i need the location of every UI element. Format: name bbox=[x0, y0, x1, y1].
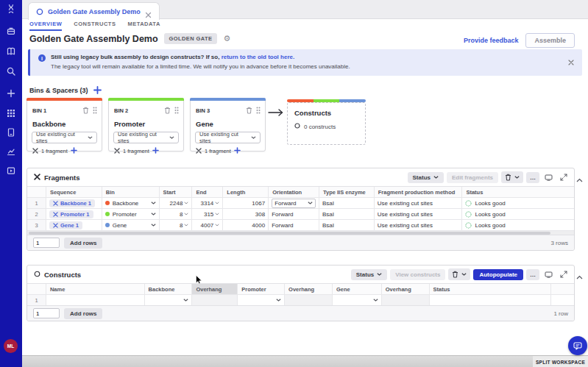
collapse-fragments-chevron-icon[interactable] bbox=[576, 172, 584, 179]
trash-icon[interactable] bbox=[164, 104, 171, 117]
view-constructs-button[interactable]: View constructs bbox=[390, 269, 445, 280]
enzyme-cell[interactable]: BsaI bbox=[319, 208, 375, 219]
registry-file-icon[interactable] bbox=[6, 127, 16, 138]
expand-panel-icon[interactable] bbox=[558, 269, 570, 279]
end-cell[interactable]: 315 bbox=[192, 208, 223, 219]
tab-overview[interactable]: OVERVIEW bbox=[29, 21, 62, 31]
col-status[interactable]: Status bbox=[430, 284, 552, 294]
search-icon[interactable] bbox=[6, 66, 16, 76]
col-backbone[interactable]: Backbone bbox=[145, 284, 193, 294]
bin-card-3: BIN 3 Gene Use existing cut sites 1 frag… bbox=[190, 98, 266, 152]
add-rows-count-input[interactable] bbox=[33, 238, 60, 248]
sequence-cell[interactable]: Gene 1 bbox=[46, 219, 102, 230]
gene-select-cell[interactable] bbox=[333, 294, 382, 305]
assemble-button[interactable]: Assemble bbox=[525, 33, 575, 48]
col-method[interactable]: Fragment production method bbox=[375, 187, 463, 197]
col-start[interactable]: Start bbox=[160, 187, 193, 197]
method-cell[interactable]: Use existing cut sites bbox=[375, 208, 463, 219]
end-cell[interactable]: 3314 bbox=[192, 197, 223, 208]
autopopulate-button[interactable]: Autopopulate bbox=[473, 269, 523, 280]
add-fragment-plus-icon[interactable] bbox=[71, 147, 77, 155]
add-rows-count-input[interactable] bbox=[33, 308, 60, 318]
add-rows-button[interactable]: Add rows bbox=[64, 238, 102, 249]
trash-icon[interactable] bbox=[246, 104, 252, 117]
end-cell[interactable]: 4007 bbox=[192, 219, 223, 230]
col-overhang-3[interactable]: Overhang bbox=[382, 284, 430, 294]
tab-golden-gate-assembly[interactable]: Golden Gate Assembly Demo bbox=[28, 2, 160, 20]
start-cell[interactable]: 2248 bbox=[160, 197, 193, 208]
constructs-status-button[interactable]: Status bbox=[351, 269, 387, 280]
tab-constructs[interactable]: CONSTRUCTS bbox=[74, 21, 116, 31]
col-name[interactable]: Name bbox=[46, 284, 145, 294]
expand-panel-icon[interactable] bbox=[558, 172, 570, 182]
fragments-status-button[interactable]: Status bbox=[408, 172, 444, 183]
edit-fragments-button[interactable]: Edit fragments bbox=[447, 172, 498, 183]
orientation-cell[interactable]: Forward bbox=[269, 208, 319, 219]
col-sequence[interactable]: Sequence bbox=[46, 187, 102, 197]
delete-rows-button[interactable] bbox=[501, 171, 523, 183]
return-old-tool-link[interactable]: return to the old tool here. bbox=[222, 54, 295, 60]
trash-icon[interactable] bbox=[82, 104, 89, 117]
fullscreen-table-icon[interactable] bbox=[542, 270, 555, 279]
promoter-select-cell[interactable] bbox=[238, 294, 285, 305]
user-avatar[interactable]: ML bbox=[4, 339, 18, 353]
bin2-cutsites-select[interactable]: Use existing cut sites bbox=[113, 132, 179, 143]
start-cell[interactable]: 8 bbox=[160, 208, 193, 219]
start-cell[interactable]: 8 bbox=[160, 219, 193, 230]
sequence-cell[interactable]: Backbone 1 bbox=[46, 197, 102, 208]
bin-cell[interactable]: Promoter bbox=[102, 208, 160, 219]
col-orientation[interactable]: Orientation bbox=[269, 187, 319, 197]
col-enzyme[interactable]: Type IIS enzyme bbox=[319, 187, 375, 197]
banner-close-icon[interactable] bbox=[568, 55, 574, 61]
help-chat-button[interactable] bbox=[568, 336, 587, 355]
sequence-chip[interactable]: Promoter 1 bbox=[49, 210, 93, 218]
enzyme-cell[interactable]: BsaI bbox=[319, 197, 375, 208]
insights-chart-icon[interactable] bbox=[6, 146, 16, 157]
more-options-button[interactable]: … bbox=[526, 172, 539, 183]
settings-gear-icon[interactable]: ⚙ bbox=[223, 35, 230, 43]
sequence-cell[interactable]: Promoter 1 bbox=[46, 208, 102, 219]
tab-close-icon[interactable] bbox=[145, 8, 152, 15]
bin1-cutsites-select[interactable]: Use existing cut sites bbox=[32, 132, 97, 143]
collapse-constructs-chevron-icon[interactable] bbox=[576, 269, 584, 277]
add-fragment-plus-icon[interactable] bbox=[234, 147, 241, 155]
bin-cell[interactable]: Backbone bbox=[102, 197, 160, 208]
col-overhang-2[interactable]: Overhang bbox=[285, 284, 333, 294]
backbone-select-cell[interactable] bbox=[145, 294, 193, 305]
projects-briefcase-icon[interactable] bbox=[6, 26, 16, 36]
fullscreen-table-icon[interactable] bbox=[542, 173, 555, 182]
sequence-chip[interactable]: Gene 1 bbox=[49, 221, 82, 229]
orientation-cell[interactable]: Forward bbox=[269, 219, 319, 230]
bin1-name: Backbone bbox=[27, 117, 102, 128]
drag-handle-icon[interactable] bbox=[93, 104, 97, 117]
col-gene[interactable]: Gene bbox=[333, 284, 382, 294]
method-cell[interactable]: Use existing cut sites bbox=[375, 197, 463, 208]
col-promoter[interactable]: Promoter bbox=[238, 284, 285, 294]
media-video-icon[interactable] bbox=[6, 165, 16, 176]
add-bin-plus-icon[interactable] bbox=[93, 84, 102, 97]
create-plus-icon[interactable] bbox=[6, 88, 16, 99]
bin-cell[interactable]: Gene bbox=[102, 219, 160, 230]
add-fragment-plus-icon[interactable] bbox=[152, 147, 159, 155]
method-cell[interactable]: Use existing cut sites bbox=[375, 219, 463, 230]
name-cell[interactable] bbox=[46, 294, 145, 305]
delete-rows-button[interactable] bbox=[448, 268, 470, 280]
bin3-cutsites-select[interactable]: Use existing cut sites bbox=[195, 132, 261, 143]
apps-grid-icon[interactable] bbox=[6, 108, 16, 118]
more-options-button[interactable]: … bbox=[526, 269, 539, 280]
sequence-chip[interactable]: Backbone 1 bbox=[49, 199, 95, 207]
drag-handle-icon[interactable] bbox=[256, 104, 261, 117]
col-length[interactable]: Length bbox=[223, 187, 269, 197]
enzyme-cell[interactable]: BsaI bbox=[319, 219, 375, 230]
provide-feedback-link[interactable]: Provide feedback bbox=[464, 37, 519, 44]
col-status[interactable]: Status bbox=[462, 187, 574, 197]
tab-metadata[interactable]: METADATA bbox=[127, 21, 160, 31]
drag-handle-icon[interactable] bbox=[174, 104, 179, 117]
col-bin[interactable]: Bin bbox=[102, 187, 160, 197]
benchling-logo-icon[interactable] bbox=[6, 4, 16, 14]
col-end[interactable]: End bbox=[192, 187, 223, 197]
split-workspace-button[interactable]: SPLIT WORKSPACE bbox=[533, 356, 588, 367]
orientation-cell[interactable]: Forward bbox=[269, 197, 319, 208]
notebook-book-icon[interactable] bbox=[6, 46, 16, 57]
add-rows-button[interactable]: Add rows bbox=[64, 308, 102, 319]
